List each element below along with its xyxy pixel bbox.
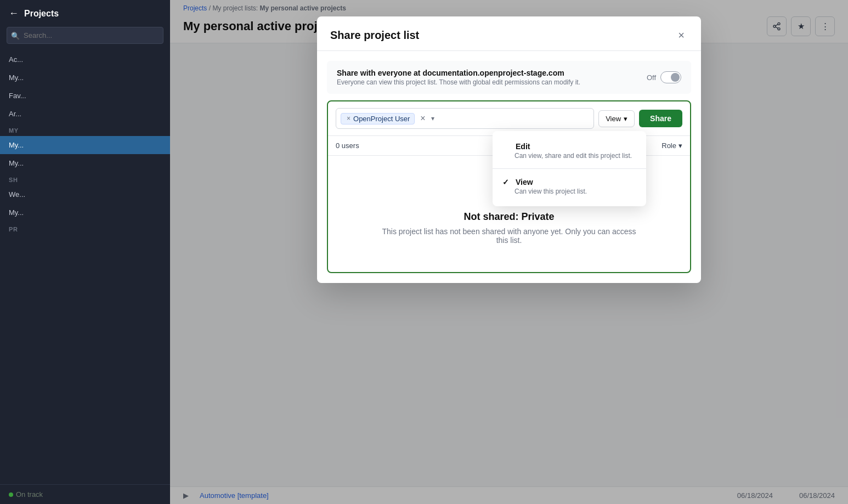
dropdown-divider	[493, 168, 646, 169]
view-check-icon: ✓	[502, 178, 511, 186]
dropdown-view-label: View	[516, 178, 533, 186]
back-button[interactable]: ←	[9, 8, 19, 19]
dropdown-edit-header: Edit	[502, 142, 636, 151]
share-public-subtitle: Everyone can view this project list. Tho…	[337, 78, 580, 86]
share-users-section: × OpenProject User × ▾ View ▾ Share	[327, 100, 691, 273]
search-icon: 🔍	[11, 31, 20, 39]
view-dropdown-chevron-icon: ▾	[624, 115, 627, 123]
sidebar-item-we[interactable]: We...	[0, 185, 170, 203]
share-button[interactable]: Share	[639, 110, 682, 127]
view-dropdown-label: View	[606, 115, 621, 123]
share-modal: Share project list × Share with everyone…	[317, 16, 701, 283]
sidebar-item-my1[interactable]: My...	[0, 69, 170, 87]
sidebar: ← Projects 🔍 Ac... My... Fav... Ar... MY…	[0, 0, 170, 504]
dropdown-item-view[interactable]: ✓ View Can view this project list.	[493, 171, 646, 202]
dropdown-edit-desc: Can view, share and edit this project li…	[502, 152, 636, 160]
share-public-text: Share with everyone at documentation.ope…	[337, 69, 580, 86]
edit-check-icon	[502, 142, 511, 151]
user-tag: × OpenProject User	[341, 113, 415, 124]
modal-close-button[interactable]: ×	[675, 29, 688, 42]
search-input[interactable]	[7, 27, 163, 44]
dropdown-chevron-button[interactable]: ▾	[429, 115, 437, 122]
role-chevron-icon: ▾	[679, 141, 682, 150]
sidebar-item-my-active[interactable]: My...	[0, 136, 170, 154]
sidebar-item-my2[interactable]: My...	[0, 154, 170, 172]
dropdown-edit-label: Edit	[516, 142, 530, 151]
view-edit-dropdown: Edit Can view, share and edit this proje…	[493, 131, 646, 206]
users-count: 0 users	[336, 141, 359, 150]
toggle-label: Off	[647, 73, 656, 82]
sidebar-search-area: 🔍	[0, 27, 170, 50]
public-share-toggle[interactable]	[660, 71, 681, 83]
share-public-title: Share with everyone at documentation.ope…	[337, 69, 580, 77]
sidebar-title: Projects	[24, 9, 59, 19]
tag-user-label: OpenProject User	[353, 115, 410, 123]
modal-overlay[interactable]: Share project list × Share with everyone…	[170, 0, 848, 504]
sidebar-item-my3[interactable]: My...	[0, 203, 170, 222]
sidebar-section-sh: SH	[0, 172, 170, 185]
on-track-label: On track	[16, 490, 43, 499]
sidebar-item-ar[interactable]: Ar...	[0, 105, 170, 123]
dropdown-item-edit[interactable]: Edit Can view, share and edit this proje…	[493, 135, 646, 166]
sidebar-header: ← Projects	[0, 0, 170, 27]
tag-remove-button[interactable]: ×	[347, 115, 350, 122]
user-tag-input[interactable]: × OpenProject User × ▾	[336, 108, 594, 129]
dropdown-view-header: ✓ View	[502, 178, 636, 186]
sidebar-section-my: MY	[0, 123, 170, 136]
user-input-controls: × ▾	[418, 114, 436, 123]
sidebar-item-ac[interactable]: Ac...	[0, 50, 170, 69]
toggle-wrap: Off	[647, 71, 681, 83]
main-area: Projects / My project lists: My personal…	[170, 0, 848, 504]
modal-title: Share project list	[330, 29, 419, 42]
sidebar-item-fav[interactable]: Fav...	[0, 87, 170, 105]
sidebar-section-pr: PR	[0, 222, 170, 235]
empty-state-title: Not shared: Private	[463, 211, 554, 223]
empty-state-description: This project list has not been shared wi…	[377, 227, 641, 245]
dropdown-view-desc: Can view this project list.	[502, 188, 636, 195]
modal-header: Share project list ×	[317, 16, 701, 51]
role-dropdown-button[interactable]: Role ▾	[662, 141, 682, 150]
toggle-circle	[671, 73, 680, 82]
on-track-dot	[9, 492, 13, 497]
share-public-section: Share with everyone at documentation.ope…	[327, 61, 691, 94]
clear-input-button[interactable]: ×	[418, 114, 427, 123]
on-track-status: On track	[9, 490, 43, 499]
sidebar-bottom: On track	[0, 484, 170, 505]
role-label: Role	[662, 141, 676, 150]
view-dropdown-button[interactable]: View ▾	[598, 110, 635, 127]
